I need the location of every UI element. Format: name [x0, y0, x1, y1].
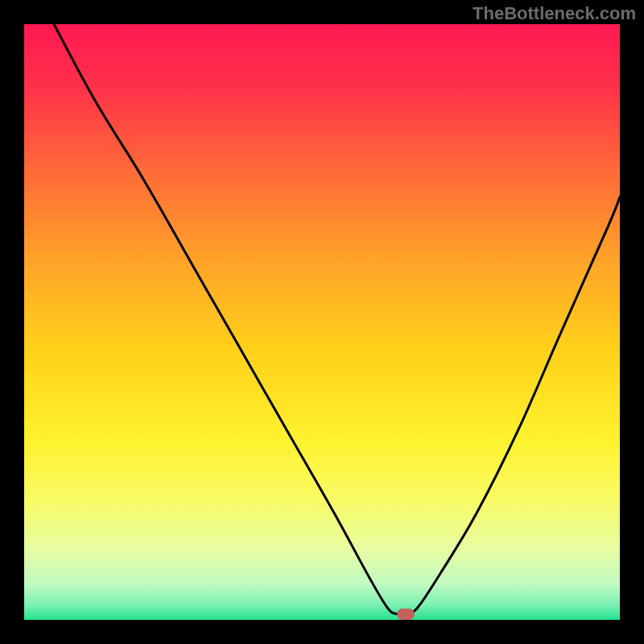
optimal-point-marker: [397, 609, 415, 620]
watermark-text: TheBottleneck.com: [473, 3, 636, 24]
chart-frame: TheBottleneck.com: [0, 0, 644, 644]
plot-area: [24, 24, 620, 620]
bottleneck-curve: [24, 24, 620, 620]
